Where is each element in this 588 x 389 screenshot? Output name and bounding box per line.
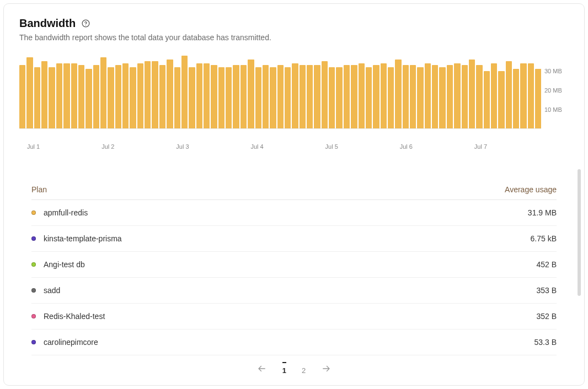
chart-bar[interactable]: [159, 65, 165, 128]
chart-bar[interactable]: [263, 65, 269, 128]
chart-bar[interactable]: [381, 63, 387, 128]
plan-name: carolinepimcore: [44, 338, 98, 347]
chart-bar[interactable]: [152, 61, 158, 128]
chart-bar[interactable]: [300, 65, 306, 128]
chart-bar[interactable]: [513, 69, 519, 128]
table-row[interactable]: Redis-Khaled-test352 B: [31, 304, 557, 329]
chart-bar[interactable]: [167, 60, 173, 128]
usage-table-wrap: Plan Average usage apmfull-redis31.9 MBk…: [19, 180, 569, 375]
table-row[interactable]: kinsta-template-prisma6.75 kB: [31, 226, 557, 252]
chart-bar[interactable]: [520, 63, 526, 128]
chart-bar[interactable]: [189, 67, 195, 128]
chart-bar[interactable]: [373, 65, 379, 128]
chart-bar[interactable]: [506, 61, 512, 128]
chart-bar[interactable]: [491, 63, 497, 128]
chart-bar[interactable]: [322, 61, 328, 128]
usage-value: 6.75 kB: [365, 226, 557, 252]
plan-cell: carolinepimcore: [31, 329, 365, 355]
table-row[interactable]: Angi-test db452 B: [31, 252, 557, 278]
chart-bar[interactable]: [204, 63, 210, 128]
x-axis-tick: Jul 3: [168, 143, 243, 150]
chart-bar[interactable]: [181, 56, 188, 128]
chart-bar[interactable]: [19, 65, 25, 128]
scrollbar-thumb[interactable]: [578, 169, 581, 296]
chart-bar[interactable]: [248, 60, 254, 128]
x-axis-tick: Jul 6: [392, 143, 467, 150]
chart-bar[interactable]: [137, 63, 143, 128]
chart-bar[interactable]: [145, 61, 151, 128]
chart-bar[interactable]: [439, 67, 445, 128]
chart-bar[interactable]: [329, 67, 335, 128]
table-row[interactable]: sadd353 B: [31, 278, 557, 304]
x-axis-tick: Jul 1: [19, 143, 94, 150]
chart-bar[interactable]: [307, 65, 313, 128]
chart-bar[interactable]: [34, 67, 40, 128]
chart-bar[interactable]: [447, 65, 453, 128]
chart-bar[interactable]: [535, 69, 541, 128]
chart-bar[interactable]: [395, 60, 401, 128]
page-2[interactable]: 2: [302, 362, 306, 375]
help-icon[interactable]: [81, 19, 90, 28]
chart-bar[interactable]: [100, 57, 106, 128]
table-row[interactable]: carolinepimcore53.3 B: [31, 329, 557, 355]
chart-bar[interactable]: [314, 65, 320, 128]
chart-bar[interactable]: [63, 63, 70, 128]
chart-bar[interactable]: [351, 65, 357, 128]
chart-bar[interactable]: [484, 71, 490, 128]
chart-bar[interactable]: [218, 67, 224, 128]
chart-bar[interactable]: [528, 63, 534, 128]
chart-bar[interactable]: [454, 63, 460, 128]
plan-color-dot: [31, 236, 36, 241]
plan-cell: apmfull-redis: [31, 200, 365, 226]
chart-bar[interactable]: [78, 65, 84, 128]
table-header-plan[interactable]: Plan: [31, 180, 365, 200]
bandwidth-card: Bandwidth The bandwidth report shows the…: [3, 3, 585, 386]
chart-bar[interactable]: [240, 65, 247, 128]
chart-bar[interactable]: [211, 65, 217, 128]
chart-bar[interactable]: [410, 65, 416, 128]
chart-bar[interactable]: [56, 63, 62, 128]
chart-bar[interactable]: [196, 63, 202, 128]
table-row[interactable]: apmfull-redis31.9 MB: [31, 200, 557, 226]
chart-bar[interactable]: [388, 67, 394, 128]
table-header-usage[interactable]: Average usage: [365, 180, 557, 200]
chart-bar[interactable]: [336, 67, 342, 128]
chart-bar[interactable]: [469, 60, 475, 128]
chart-bar[interactable]: [108, 67, 114, 128]
chart-bar[interactable]: [41, 61, 47, 128]
chart-bar[interactable]: [476, 65, 482, 128]
chart-bar[interactable]: [277, 65, 284, 128]
chart-bar[interactable]: [285, 67, 291, 128]
chart-bar[interactable]: [366, 67, 372, 128]
chart-bar[interactable]: [403, 65, 409, 128]
chart-plot-area[interactable]: [19, 52, 541, 129]
chart-bar[interactable]: [359, 63, 365, 128]
chart-bar[interactable]: [425, 63, 431, 128]
chart-bar[interactable]: [344, 65, 350, 128]
prev-page-button[interactable]: [257, 364, 267, 374]
next-page-button[interactable]: [321, 364, 331, 374]
chart-bar[interactable]: [130, 67, 136, 128]
chart-bar[interactable]: [93, 65, 99, 128]
chart-bar[interactable]: [49, 67, 55, 128]
chart-bar[interactable]: [255, 67, 261, 128]
chart-bar[interactable]: [226, 67, 232, 128]
chart-bar[interactable]: [26, 57, 33, 128]
chart-bar[interactable]: [174, 67, 180, 128]
y-axis-tick: 30 MB: [544, 68, 562, 74]
chart-bar[interactable]: [233, 65, 239, 128]
chart-bar[interactable]: [498, 71, 504, 128]
chart-bar[interactable]: [417, 67, 423, 128]
chart-bar[interactable]: [122, 63, 129, 128]
chart-bar[interactable]: [292, 63, 298, 128]
chart-bar[interactable]: [432, 65, 438, 128]
usage-value: 452 B: [365, 252, 557, 278]
chart-bar[interactable]: [270, 67, 276, 128]
x-axis-tick: Jul 7: [467, 143, 541, 150]
chart-bar[interactable]: [71, 63, 77, 128]
page-1[interactable]: 1: [282, 362, 286, 375]
plan-name: apmfull-redis: [44, 208, 88, 217]
chart-bar[interactable]: [462, 65, 468, 128]
chart-bar[interactable]: [115, 65, 121, 128]
chart-bar[interactable]: [85, 69, 92, 128]
